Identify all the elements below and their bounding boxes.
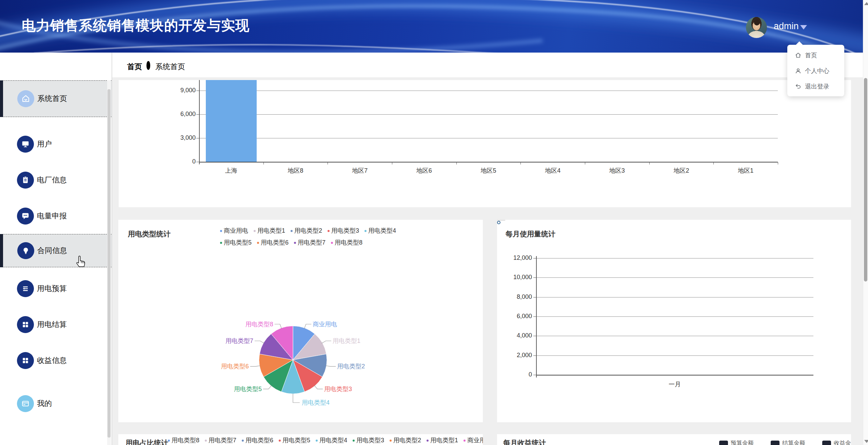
y-axis-label: 0 [501, 371, 532, 378]
card-title: 用电占比统计 [125, 438, 168, 445]
y-axis-label: 4,000 [501, 332, 532, 339]
gridline [536, 258, 813, 258]
scrollbar-down-arrow-icon[interactable] [864, 440, 868, 443]
pie-slice-label: 用电类型7 [225, 337, 253, 344]
page-title: 电力销售系统销售模块的开发与实现 [22, 16, 250, 35]
legend-item[interactable]: 用电类型8 [168, 435, 199, 445]
y-axis-label: 6,000 [165, 111, 196, 118]
gridline [536, 336, 813, 336]
sidebar: 系统首页 用户 电厂信息 电量申报 合同信息 [0, 53, 112, 445]
sidebar-item[interactable]: 用户 [0, 135, 112, 154]
legend-item[interactable]: 用电类型3 [353, 435, 384, 445]
legend-item[interactable]: 用电类型8 [331, 237, 362, 248]
legend-item[interactable]: 用电类型2 [390, 435, 421, 445]
legend-dot [220, 230, 222, 232]
legend-item[interactable]: 用电类型4 [316, 435, 347, 445]
pie-legend: 商业用电 用电类型1 用电类型2 用电类型3 用电类型4 用电类型5 用电类型6… [220, 225, 410, 248]
sidebar-item[interactable]: 收益信息 [0, 351, 112, 370]
legend-item[interactable]: 用电类型5 [279, 435, 310, 445]
user-name[interactable]: admin [774, 21, 799, 32]
legend-dot [294, 242, 296, 244]
app-header: 电力销售系统销售模块的开发与实现 admin [0, 0, 863, 53]
legend-item[interactable]: 用电类型1 [254, 225, 285, 236]
sidebar-item[interactable]: 系统首页 [3, 80, 112, 117]
menu-item[interactable]: 个人中心 [787, 63, 844, 79]
legend-item[interactable]: 用电类型5 [220, 237, 252, 248]
region-usage-bar-chart: 03,0006,0009,000上海地区8地区7地区6地区5地区4地区3地区2地… [119, 80, 851, 207]
scrollbar-up-arrow-icon[interactable] [864, 2, 868, 5]
y-axis-label: 0 [165, 158, 196, 165]
chat-icon [21, 211, 30, 221]
legend-item[interactable]: 结算金额 [771, 438, 805, 445]
legend-item[interactable]: 商业用电 [220, 225, 248, 236]
bar-上海[interactable] [206, 80, 257, 162]
x-axis-label: 地区8 [269, 167, 323, 175]
sidebar-item[interactable]: 合同信息 [3, 234, 112, 267]
usage-share-card-partial: 用电占比统计 用电类型8 用电类型7 用电类型6 用电类型5 用电类型4 用电类… [118, 434, 483, 445]
sidebar-item-icon-circle [17, 208, 34, 225]
pie-label-line [293, 394, 300, 403]
page-scrollbar-thumb[interactable] [864, 78, 867, 282]
y-axis-label: 12,000 [501, 254, 532, 262]
user-dropdown-menu: 首页 个人中心 退出登录 [787, 45, 844, 96]
legend-item[interactable]: 用电类型2 [291, 225, 322, 236]
sidebar-item-label: 电量申报 [37, 211, 67, 221]
legend-item[interactable]: 用电类型6 [242, 435, 273, 445]
monthly-usage-line-chart: 02,0004,0006,0008,00010,00012,000一月 [497, 220, 851, 422]
home-icon [21, 94, 31, 103]
pie-slice-label: 用电类型6 [221, 363, 249, 370]
menu-item-label: 首页 [805, 51, 817, 59]
card-title: 每月收益统计 [503, 438, 546, 445]
sidebar-item[interactable]: 用电结算 [0, 315, 112, 334]
sidebar-item-icon-circle [17, 136, 34, 153]
y-axis [536, 256, 537, 378]
sidebar-item[interactable]: 用电预算 [0, 279, 112, 298]
gridline [536, 355, 813, 356]
menu-item[interactable]: 首页 [787, 47, 844, 63]
sidebar-item-label: 电厂信息 [37, 175, 67, 185]
pie-label-line [263, 385, 272, 389]
list-icon [21, 284, 30, 293]
legend-item[interactable]: 用电类型3 [328, 225, 359, 236]
sidebar-item[interactable]: 我的 [0, 394, 112, 413]
legend-dot [390, 440, 392, 442]
sidebar-item[interactable]: 电量申报 [0, 207, 112, 226]
chevron-down-icon[interactable] [800, 25, 807, 30]
legend-item[interactable]: 用电类型1 [427, 435, 458, 445]
legend-item[interactable]: 商业用电 [463, 435, 483, 445]
y-axis-label: 8,000 [501, 293, 532, 301]
legend-dot [220, 242, 222, 244]
sidebar-item-icon-circle [17, 90, 34, 107]
legend-dot [331, 242, 333, 244]
legend-item[interactable]: 收益金额 [822, 438, 851, 445]
legend-item[interactable]: 预算金额 [719, 438, 754, 445]
sidebar-item[interactable]: 电厂信息 [0, 171, 112, 190]
pie-slice-label: 用电类型8 [245, 321, 273, 328]
breadcrumb-separator [146, 61, 150, 70]
sidebar-item-label: 收益信息 [37, 355, 67, 366]
sidebar-item-icon-circle [17, 172, 34, 189]
sidebar-item-icon-circle [17, 242, 34, 259]
pie-label-line [304, 324, 312, 329]
legend-item[interactable]: 用电类型6 [257, 237, 289, 248]
sidebar-item-label: 系统首页 [37, 94, 67, 104]
gridline [536, 297, 813, 297]
x-axis-label: 地区6 [397, 167, 451, 175]
pie-label-line [322, 341, 331, 343]
menu-item[interactable]: 退出登录 [787, 79, 844, 94]
pie-label-line [250, 366, 260, 366]
legend-dot [427, 440, 429, 442]
x-axis-label: 上海 [204, 167, 258, 175]
sidebar-divider [112, 53, 112, 445]
legend-item[interactable]: 用电类型7 [205, 435, 236, 445]
pie-label-line [255, 341, 264, 343]
gridline [536, 375, 813, 375]
legend-item[interactable]: 用电类型7 [294, 237, 326, 248]
breadcrumb-root[interactable]: 首页 [127, 62, 142, 72]
legend-item[interactable]: 用电类型4 [364, 225, 396, 236]
sidebar-scrollbar-thumb[interactable] [107, 89, 111, 438]
pie-slice-label: 用电类型1 [333, 337, 360, 344]
legend-dot [242, 440, 244, 442]
data-point-一月[interactable] [497, 221, 500, 224]
user-avatar[interactable] [746, 17, 767, 38]
